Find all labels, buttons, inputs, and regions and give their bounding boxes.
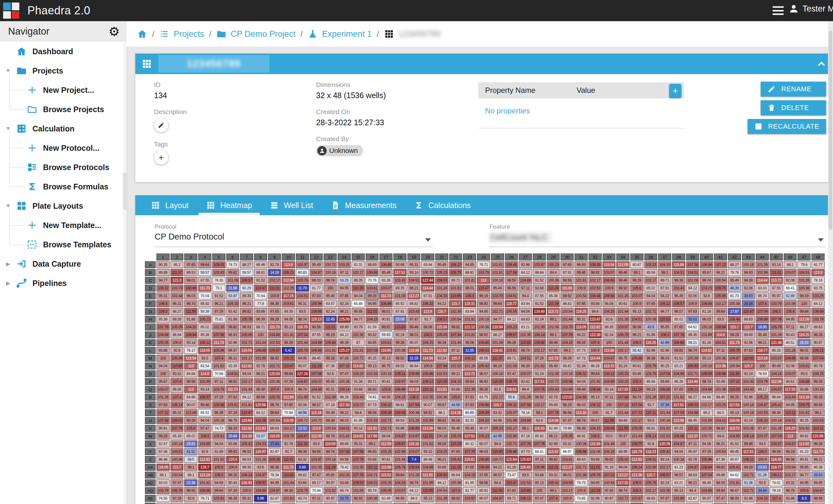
well-P37[interactable]: 93.68 <box>658 378 671 385</box>
well-V1[interactable]: 90.61 <box>157 425 170 432</box>
well-C37[interactable]: 89.71 <box>658 277 671 284</box>
well-G35[interactable]: 95.13 <box>630 308 643 315</box>
well-Y12[interactable]: 98.56 <box>310 448 323 455</box>
well-G27[interactable]: 94.04 <box>519 308 532 315</box>
well-AF41[interactable]: 100.18 <box>714 503 727 504</box>
well-AC41[interactable]: 96.03 <box>714 479 727 486</box>
well-W48[interactable]: 121.66 <box>811 433 825 439</box>
well-H46[interactable]: 94.95 <box>784 316 797 323</box>
well-O30[interactable]: 100.18 <box>561 370 574 377</box>
well-C40[interactable]: 98.74 <box>700 277 713 284</box>
well-L39[interactable]: 98.74 <box>686 347 699 354</box>
well-V48[interactable]: 110.11 <box>811 425 825 432</box>
well-A43[interactable]: 100.18 <box>742 261 755 268</box>
well-I11[interactable]: 116.79 <box>296 324 309 330</box>
well-AE33[interactable]: 90.97 <box>603 495 616 502</box>
well-S6[interactable]: 103.61 <box>226 402 239 408</box>
well-Q32[interactable]: 108.84 <box>589 386 602 393</box>
well-AB12[interactable]: 97.47 <box>310 472 323 478</box>
well-W34[interactable]: 95.67 <box>616 433 629 439</box>
well-D29[interactable]: 110.29 <box>547 285 560 292</box>
well-W39[interactable]: 112.27 <box>686 433 699 439</box>
well-AA8[interactable]: 92.6 <box>254 464 267 471</box>
well-AF2[interactable]: 89.71 <box>170 503 184 504</box>
well-O19[interactable]: 105.96 <box>407 370 421 377</box>
well-S12[interactable]: 96.57 <box>310 402 323 408</box>
well-S11[interactable]: 92.06 <box>296 402 309 408</box>
well-AE44[interactable]: 104.33 <box>756 495 769 502</box>
well-U24[interactable]: 104.33 <box>477 417 490 424</box>
well-O21[interactable]: 102.53 <box>435 370 448 377</box>
well-N17[interactable]: 96.75 <box>379 362 392 370</box>
chevron-down-icon[interactable]: ▼ <box>0 68 16 74</box>
well-U37[interactable]: 100.18 <box>658 417 671 424</box>
well-X13[interactable]: 118.59 <box>324 440 337 447</box>
well-AF25[interactable]: 89.53 <box>491 503 504 504</box>
well-Q1[interactable]: 103.07 <box>157 386 170 393</box>
well-AA6[interactable]: 100.9 <box>226 464 239 471</box>
well-AF18[interactable]: 101.08 <box>394 503 406 504</box>
well-AB20[interactable]: 111.91 <box>421 472 434 478</box>
well-AC45[interactable]: 74.01 <box>770 479 783 486</box>
well-C39[interactable]: 101.08 <box>686 277 699 284</box>
well-U44[interactable]: 105.23 <box>756 417 769 424</box>
well-AE20[interactable]: 95.13 <box>421 495 434 502</box>
well-T13[interactable]: 95.49 <box>324 409 337 416</box>
well-AB10[interactable]: 110.65 <box>282 472 295 478</box>
well-B37[interactable]: 99.1 <box>658 269 671 276</box>
well-N14[interactable]: 107.22 <box>338 362 351 370</box>
well-AC37[interactable]: 92.24 <box>658 479 671 486</box>
well-Y44[interactable]: 106.5 <box>756 448 769 455</box>
well-H47[interactable]: 112.09 <box>798 316 811 323</box>
well-G41[interactable]: 99.64 <box>714 308 727 315</box>
well-AE13[interactable]: 90.97 <box>324 495 337 502</box>
well-V25[interactable]: 105.23 <box>491 425 504 432</box>
well-Q8[interactable]: 98.38 <box>254 386 267 393</box>
well-B13[interactable]: 100.18 <box>324 269 337 276</box>
well-AD33[interactable]: 97.83 <box>603 487 616 494</box>
well-X23[interactable]: 80.32 <box>463 440 476 447</box>
well-X38[interactable]: 104.87 <box>672 440 685 447</box>
well-W20[interactable]: 111.01 <box>421 433 434 439</box>
well-AA26[interactable]: 91.16 <box>505 464 518 471</box>
well-A12[interactable]: 95.49 <box>310 261 323 268</box>
well-AF22[interactable]: 95.67 <box>449 503 462 504</box>
well-R39[interactable]: 88.27 <box>686 394 699 401</box>
well-Y1[interactable]: 87.36 <box>157 448 170 455</box>
well-V17[interactable]: 102.71 <box>379 425 392 432</box>
well-D18[interactable]: 89.35 <box>394 285 406 292</box>
well-C7[interactable]: 109.57 <box>240 277 253 284</box>
well-P39[interactable]: 114.44 <box>686 378 699 385</box>
well-Y46[interactable]: 98.19 <box>784 448 797 455</box>
well-U13[interactable]: 98.38 <box>324 417 337 424</box>
well-Y19[interactable]: 103.07 <box>407 448 421 455</box>
well-U7[interactable]: 119.68 <box>240 417 253 424</box>
well-N6[interactable]: 83.39 <box>226 362 239 370</box>
well-Q35[interactable]: 111.19 <box>630 386 643 393</box>
well-AF32[interactable]: 98.19 <box>589 503 602 504</box>
well-V15[interactable]: 93.14 <box>352 425 365 432</box>
well-AB32[interactable]: 105.78 <box>589 472 602 478</box>
well-AE9[interactable]: 82.67 <box>268 495 281 502</box>
well-G28[interactable]: 128.88 <box>533 308 546 315</box>
well-G19[interactable]: 103.43 <box>407 308 421 315</box>
well-G3[interactable]: 111.55 <box>184 308 197 315</box>
well-S45[interactable]: 105.42 <box>770 402 783 408</box>
well-N13[interactable]: 87.36 <box>324 362 337 370</box>
well-W24[interactable]: 105.23 <box>477 433 490 439</box>
well-AC3[interactable]: 22.38 <box>184 479 197 486</box>
well-U12[interactable]: 100.72 <box>310 417 323 424</box>
well-C48[interactable]: 78.16 <box>811 277 825 284</box>
well-Z42[interactable]: 80.87 <box>728 456 741 463</box>
well-B10[interactable]: 109.21 <box>282 269 295 276</box>
well-P3[interactable]: 98.56 <box>184 378 197 385</box>
well-A24[interactable]: 76.71 <box>477 261 490 268</box>
well-L29[interactable]: 97.65 <box>547 347 560 354</box>
well-K16[interactable]: 94.95 <box>366 339 379 346</box>
well-W14[interactable]: 101.62 <box>338 433 351 439</box>
well-Z24[interactable]: 106.86 <box>477 456 490 463</box>
chevron-right-icon[interactable]: ▶ <box>0 261 16 267</box>
well-AF16[interactable]: 98.38 <box>366 503 379 504</box>
well-A44[interactable]: 101.26 <box>756 261 769 268</box>
well-O7[interactable]: 94.04 <box>240 370 253 377</box>
